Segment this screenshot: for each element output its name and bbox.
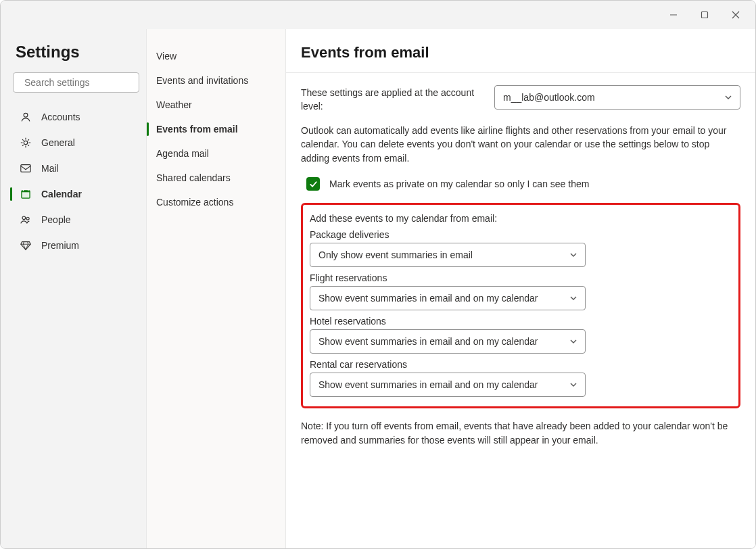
secondary-nav: View Events and invitations Weather Even… — [147, 29, 286, 548]
close-icon — [732, 11, 740, 19]
svg-rect-4 — [21, 165, 30, 172]
rental-car-reservations-select[interactable]: Show event summaries in email and on my … — [310, 373, 586, 397]
svg-rect-0 — [702, 12, 708, 18]
nav1-accounts[interactable]: Accounts — [13, 105, 139, 129]
minimize-icon — [669, 11, 678, 19]
nav1-label: Accounts — [41, 112, 80, 122]
nav2-events-from-email[interactable]: Events from email — [147, 117, 285, 141]
diamond-icon — [18, 238, 33, 253]
primary-nav: Settings Accounts General Mail — [1, 29, 147, 548]
svg-rect-6 — [22, 192, 30, 197]
private-checkbox-row[interactable]: Mark events as private on my calendar so… — [301, 177, 740, 191]
events-section-highlight: Add these events to my calendar from ema… — [301, 203, 740, 408]
hotel-reservations-select[interactable]: Show event summaries in email and on my … — [310, 329, 586, 354]
nav2-events-invitations[interactable]: Events and invitations — [147, 68, 285, 93]
svg-point-3 — [24, 141, 27, 144]
minimize-button[interactable] — [658, 1, 689, 29]
maximize-button[interactable] — [689, 1, 720, 29]
nav1-label: People — [41, 214, 71, 225]
nav1-mail[interactable]: Mail — [13, 156, 139, 181]
private-checkbox-label: Mark events as private on my calendar so… — [329, 178, 589, 189]
field-rental-car-reservations: Rental car reservations Show event summa… — [310, 359, 732, 397]
field-label: Rental car reservations — [310, 359, 732, 370]
private-checkbox[interactable] — [306, 177, 320, 191]
nav1-list: Accounts General Mail Calendar People — [13, 105, 139, 258]
chevron-down-icon — [569, 250, 578, 260]
footer-note: Note: If you turn off events from email,… — [301, 419, 740, 448]
nav1-premium[interactable]: Premium — [13, 233, 139, 258]
page-title: Events from email — [301, 44, 740, 62]
field-label: Flight reservations — [310, 272, 732, 283]
flight-reservations-select[interactable]: Show event summaries in email and on my … — [310, 286, 586, 310]
field-flight-reservations: Flight reservations Show event summaries… — [310, 272, 732, 310]
mail-icon — [18, 161, 33, 176]
account-select-value: m__lab@outlook.com — [503, 92, 595, 103]
field-package-deliveries: Package deliveries Only show event summa… — [310, 229, 732, 267]
nav1-label: General — [41, 137, 75, 148]
field-label: Package deliveries — [310, 229, 732, 240]
field-hotel-reservations: Hotel reservations Show event summaries … — [310, 316, 732, 354]
search-settings[interactable] — [13, 72, 139, 93]
chevron-down-icon — [569, 293, 578, 303]
window-body: Settings Accounts General Mail — [1, 29, 755, 548]
maximize-icon — [701, 11, 709, 19]
field-label: Hotel reservations — [310, 316, 732, 327]
nav1-label: Calendar — [41, 189, 82, 199]
calendar-icon — [18, 187, 33, 201]
person-icon — [18, 110, 33, 124]
nav2-weather[interactable]: Weather — [147, 93, 285, 117]
chevron-down-icon — [569, 380, 578, 389]
search-input[interactable] — [24, 77, 143, 88]
close-button[interactable] — [720, 1, 751, 29]
select-value: Show event summaries in email and on my … — [318, 293, 538, 304]
settings-title: Settings — [16, 43, 139, 62]
chevron-down-icon — [724, 93, 733, 102]
page-description: Outlook can automatically add events lik… — [301, 124, 740, 165]
content-header: Events from email — [286, 29, 755, 73]
chevron-down-icon — [569, 337, 578, 346]
select-value: Only show event summaries in email — [318, 249, 473, 260]
svg-point-7 — [22, 216, 26, 220]
nav1-general[interactable]: General — [13, 130, 139, 155]
check-icon — [309, 180, 318, 189]
account-row: These settings are applied at the accoun… — [301, 85, 740, 113]
account-select[interactable]: m__lab@outlook.com — [494, 85, 740, 110]
package-deliveries-select[interactable]: Only show event summaries in email — [310, 243, 586, 267]
nav1-label: Premium — [41, 240, 79, 251]
content-body: These settings are applied at the accoun… — [286, 73, 755, 462]
svg-point-2 — [24, 113, 28, 117]
nav2-view[interactable]: View — [147, 44, 285, 68]
select-value: Show event summaries in email and on my … — [318, 336, 538, 347]
nav2-customize-actions[interactable]: Customize actions — [147, 190, 285, 214]
title-bar — [1, 1, 755, 29]
content-pane: Events from email These settings are app… — [286, 29, 755, 548]
account-level-label: These settings are applied at the accoun… — [301, 85, 475, 113]
gear-icon — [18, 135, 33, 150]
add-events-title: Add these events to my calendar from ema… — [310, 213, 732, 224]
select-value: Show event summaries in email and on my … — [318, 379, 538, 390]
svg-point-8 — [26, 217, 29, 220]
settings-window: Settings Accounts General Mail — [0, 0, 756, 549]
nav1-people[interactable]: People — [13, 208, 139, 232]
nav1-calendar[interactable]: Calendar — [13, 182, 139, 206]
people-icon — [18, 212, 33, 227]
nav1-label: Mail — [41, 163, 59, 174]
nav2-shared-calendars[interactable]: Shared calendars — [147, 166, 285, 190]
nav2-agenda-mail[interactable]: Agenda mail — [147, 141, 285, 166]
